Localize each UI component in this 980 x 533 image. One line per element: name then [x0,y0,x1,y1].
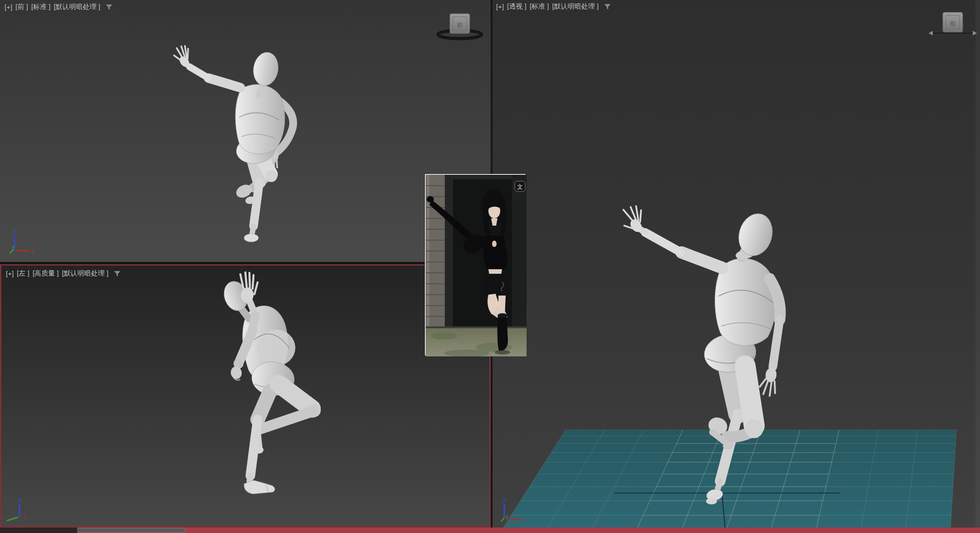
maximize-menu[interactable]: [+] [6,270,14,277]
viewcube[interactable]: 前 [928,7,978,39]
viewport-edge-highlight [975,0,980,528]
axis-z-label: Z [502,497,507,503]
shading-menu[interactable]: [默认明暗处理 ] [552,2,599,11]
active-viewport-border: [+] [左 ] [高质量 ] [默认明暗处理 ] Z x [0,264,491,528]
axis-gizmo-perspective: Z y x [495,496,532,528]
translate-badge-icon[interactable]: 文 [515,181,525,192]
axis-x-label: x [30,248,34,254]
viewcube[interactable]: 前 [435,8,485,41]
axis-gizmo-left: Z x [5,495,41,526]
track-bar[interactable] [0,528,980,533]
axis-y-label: y [11,244,15,250]
viewport-perspective[interactable]: [+] [透视 ] [标准 ] [默认明暗处理 ] 前 Z [492,0,980,528]
quality-menu[interactable]: [标准 ] [530,2,549,11]
time-slider-handle[interactable] [77,528,185,533]
axis-x-label: x [23,514,26,519]
reference-photo[interactable]: 文 [425,174,526,355]
viewcube-face-label: 前 [457,21,463,29]
quality-menu[interactable]: [标准 ] [31,3,51,11]
axis-z-label: Z [17,497,22,503]
viewcube-face-label: 前 [950,20,956,27]
shading-menu[interactable]: [默认明暗处理 ] [62,269,109,278]
perspective-scene [492,0,980,528]
track-bar-left-segment [0,528,77,533]
mannequin-figure-front[interactable] [0,0,491,262]
filter-icon[interactable] [105,4,113,10]
shading-menu[interactable]: [默认明暗处理 ] [54,3,100,11]
viewport-front[interactable]: [+] [前 ] [标准 ] [默认明暗处理 ] 前 Z y [0,0,491,262]
view-menu[interactable]: [前 ] [15,3,28,11]
axis-z-label: Z [12,229,17,236]
filter-icon[interactable] [114,271,121,277]
viewport-left-label: [+] [左 ] [高质量 ] [默认明暗处理 ] [6,269,121,278]
view-menu[interactable]: [左 ] [17,269,30,278]
filter-icon[interactable] [604,4,611,10]
mannequin-figure-left[interactable] [1,266,489,526]
axis-gizmo-front: Z y x [4,226,40,258]
application-window: [+] [前 ] [标准 ] [默认明暗处理 ] 前 Z y [0,0,980,533]
axis-x-label: x [521,516,524,523]
maximize-menu[interactable]: [+] [5,3,12,11]
svg-text:文: 文 [517,183,523,190]
quality-menu[interactable]: [高质量 ] [33,269,59,278]
viewport-perspective-label: [+] [透视 ] [标准 ] [默认明暗处理 ] [496,2,611,11]
view-menu[interactable]: [透视 ] [507,2,527,11]
viewport-front-label: [+] [前 ] [标准 ] [默认明暗处理 ] [5,3,113,11]
maximize-menu[interactable]: [+] [496,3,504,10]
reference-photo-image: 文 [426,175,527,356]
viewport-left[interactable]: [+] [左 ] [高质量 ] [默认明暗处理 ] Z x [1,266,489,526]
